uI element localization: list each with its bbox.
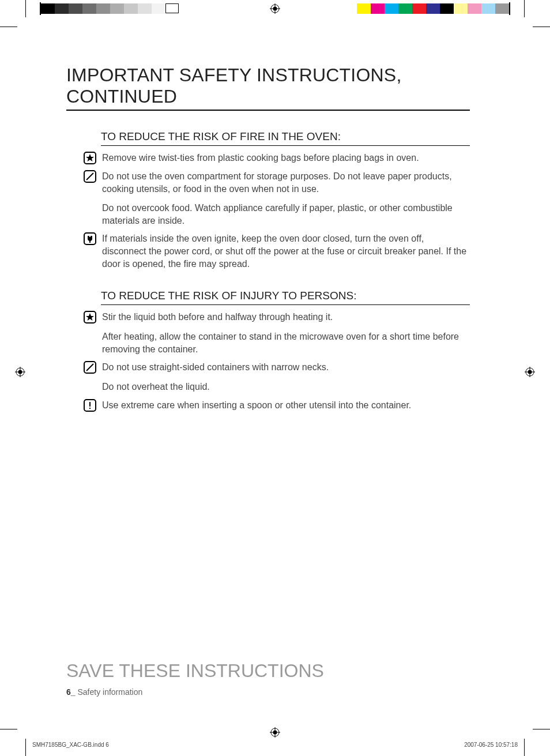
instruction-text: After heating, allow the container to st…	[102, 330, 470, 355]
instruction-text: Use extreme care when inserting a spoon …	[102, 399, 411, 412]
registration-mark-icon	[270, 727, 280, 738]
prohibit-icon	[84, 170, 97, 183]
list-item: Use extreme care when inserting a spoon …	[84, 399, 470, 412]
list-item: After heating, allow the container to st…	[66, 330, 470, 355]
star-icon	[84, 311, 97, 324]
caution-icon	[84, 399, 97, 412]
slug-left: SMH7185BG_XAC-GB.indd 6	[32, 742, 109, 748]
list-item: Do not overheat the liquid.	[66, 381, 470, 393]
crop-mark	[533, 27, 550, 27]
page-title: IMPORTANT SAFETY INSTRUCTIONS, CONTINUED	[66, 65, 470, 111]
prohibit-icon	[84, 361, 97, 374]
instruction-text: Remove wire twist-ties from plastic cook…	[102, 152, 419, 164]
crop-mark	[524, 739, 525, 756]
instruction-text: Do not overcook food. Watch appliance ca…	[102, 202, 470, 227]
unplug-icon	[84, 232, 97, 245]
registration-mark-icon	[525, 367, 535, 377]
list-item: Remove wire twist-ties from plastic cook…	[84, 152, 470, 164]
list-item: Do not use the oven compartment for stor…	[84, 170, 470, 195]
star-icon	[84, 152, 97, 164]
list-item: Stir the liquid both before and halfway …	[84, 311, 470, 324]
registration-mark-icon	[270, 3, 280, 14]
list-item: If materials inside the oven ignite, kee…	[84, 232, 470, 270]
crop-mark	[0, 27, 17, 27]
registration-mark-icon	[15, 367, 25, 377]
instruction-text: Do not use straight-sided containers wit…	[102, 361, 329, 374]
crop-mark	[524, 0, 525, 17]
list-item: Do not overcook food. Watch appliance ca…	[66, 202, 470, 227]
page-content: IMPORTANT SAFETY INSTRUCTIONS, CONTINUED…	[66, 65, 470, 412]
instruction-text: If materials inside the oven ignite, kee…	[102, 232, 470, 270]
instruction-text: Do not overheat the liquid.	[102, 381, 470, 393]
section-heading-injury: TO REDUCE THE RISK OF INJURY TO PERSONS:	[101, 289, 470, 305]
crop-mark	[533, 729, 550, 729]
crop-mark	[25, 0, 26, 17]
crop-mark	[0, 729, 17, 729]
section-heading-fire: TO REDUCE THE RISK OF FIRE IN THE OVEN:	[101, 130, 470, 146]
page-footer-label: Safety information	[76, 687, 143, 697]
instruction-text: Do not use the oven compartment for stor…	[102, 170, 470, 195]
crop-mark	[25, 739, 26, 756]
slug-right: 2007-06-25 10:57:18	[464, 742, 518, 748]
page-footer: 6_ Safety information	[66, 687, 142, 697]
page-number: 6_	[66, 687, 76, 697]
instruction-text: Stir the liquid both before and halfway …	[102, 311, 333, 324]
list-item: Do not use straight-sided containers wit…	[84, 361, 470, 374]
save-instructions-heading: SAVE THESE INSTRUCTIONS	[66, 660, 324, 682]
